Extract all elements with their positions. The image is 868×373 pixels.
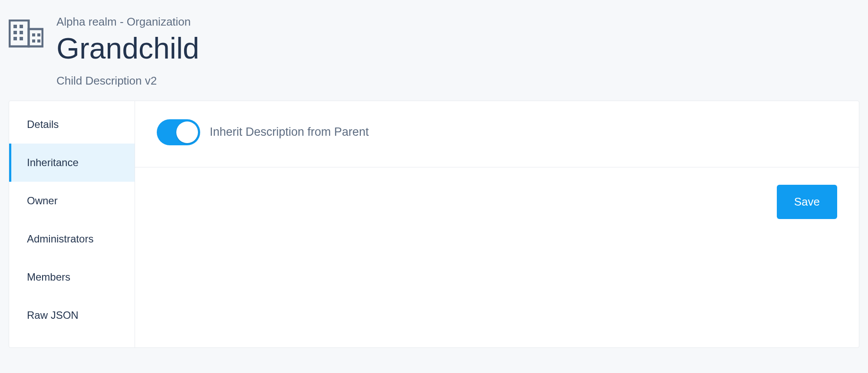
sidebar-item-administrators[interactable]: Administrators <box>9 220 135 258</box>
toggle-knob <box>176 121 198 143</box>
sidebar-item-details[interactable]: Details <box>9 105 135 144</box>
sidebar-nav: Details Inheritance Owner Administrators… <box>9 101 135 347</box>
svg-rect-1 <box>29 29 43 46</box>
svg-rect-2 <box>13 25 17 28</box>
page-header: Alpha realm - Organization Grandchild Ch… <box>9 9 859 101</box>
main-content: Inherit Description from Parent Save <box>135 101 859 347</box>
sidebar-item-members[interactable]: Members <box>9 258 135 296</box>
svg-rect-7 <box>20 37 23 40</box>
svg-rect-4 <box>13 31 17 34</box>
svg-rect-10 <box>32 39 35 43</box>
svg-rect-0 <box>10 20 29 46</box>
button-row: Save <box>135 167 859 236</box>
organization-icon <box>9 20 43 52</box>
svg-rect-9 <box>37 33 40 36</box>
svg-rect-5 <box>20 31 23 34</box>
page-title: Grandchild <box>56 32 199 65</box>
svg-rect-3 <box>20 25 23 28</box>
inherit-toggle-row: Inherit Description from Parent <box>135 101 859 167</box>
breadcrumb: Alpha realm - Organization <box>56 15 199 29</box>
svg-rect-8 <box>32 33 35 36</box>
sidebar-item-raw-json[interactable]: Raw JSON <box>9 296 135 334</box>
svg-rect-11 <box>37 39 40 43</box>
sidebar-item-inheritance[interactable]: Inheritance <box>9 144 135 182</box>
content-panel: Details Inheritance Owner Administrators… <box>9 101 859 348</box>
header-text-block: Alpha realm - Organization Grandchild Ch… <box>56 15 199 88</box>
save-button[interactable]: Save <box>777 185 837 219</box>
inherit-description-label: Inherit Description from Parent <box>210 125 369 139</box>
page-subtitle: Child Description v2 <box>56 74 199 88</box>
inherit-description-toggle[interactable] <box>157 119 200 145</box>
svg-rect-6 <box>13 37 17 40</box>
sidebar-item-owner[interactable]: Owner <box>9 182 135 220</box>
